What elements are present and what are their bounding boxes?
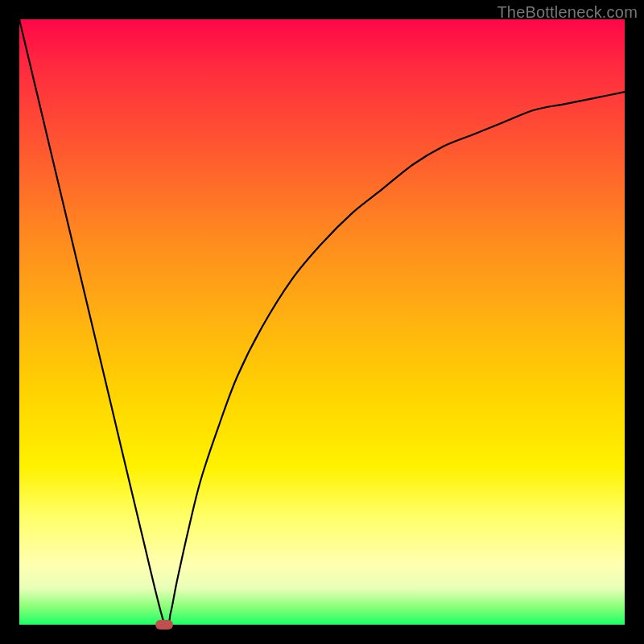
chart-frame: TheBottleneck.com [0,0,644,644]
plot-area [19,19,625,625]
curve-svg [19,19,625,625]
bottleneck-curve [19,19,625,625]
minimum-marker [155,620,173,630]
watermark-text: TheBottleneck.com [497,3,638,22]
